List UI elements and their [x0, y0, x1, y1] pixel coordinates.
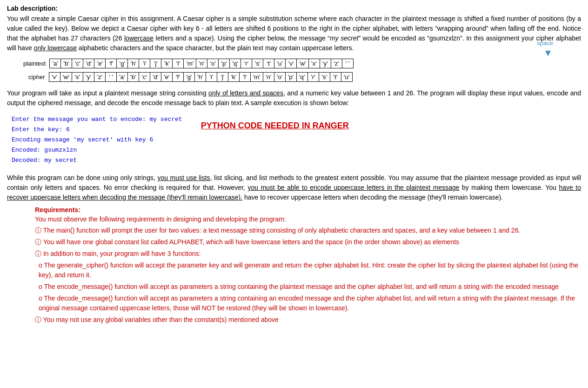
intro-text-2: letters and a space). Using the cipher b… [154, 34, 330, 42]
ct-j: 'j' [217, 73, 228, 82]
req-item-4: o The generate_cipher() function will ac… [39, 261, 581, 280]
circle-i-icon-4: ⓘ [35, 316, 43, 323]
bullet-o-1: o [39, 261, 44, 269]
ct-x: 'x' [72, 73, 83, 82]
intro-text-4: alphabetic characters and the space char… [77, 44, 354, 52]
code-section: Enter the message you want to encode: my… [7, 112, 581, 168]
plaintext-table: plaintext 'a' 'b' 'c' 'd' 'e' 'f' 'g' 'h… [21, 59, 354, 68]
code-line-1: Enter the message you want to encode: my… [12, 114, 182, 125]
desc3-text4: have to recover uppercase letters when d… [242, 194, 503, 201]
req-item-1-text: The main() function will prompt the user… [43, 227, 521, 234]
python-needed-label: PYTHON CODE NEEDED IN RANGER [201, 121, 349, 131]
pt-s: 's' [252, 59, 263, 68]
pt-o: 'o' [207, 59, 219, 68]
bullet-o-2: o [39, 283, 44, 290]
ct-g: 'g' [183, 73, 194, 82]
plaintext-label: plaintext [21, 59, 50, 68]
ct-v: 'v' [49, 73, 60, 82]
ct-sp1: ' ' [105, 73, 116, 82]
pt-j: 'j' [150, 59, 161, 68]
cipher-tables-container: plaintext 'a' 'b' 'c' 'd' 'e' 'f' 'g' 'h… [21, 59, 567, 82]
req-item-2-text: You will have one global constant list c… [43, 238, 459, 246]
pt-m: 'm' [184, 59, 196, 68]
pt-x: 'x' [308, 59, 320, 68]
ct-c: 'c' [139, 73, 150, 82]
pt-b: 'b' [61, 59, 72, 68]
req-item-1: ⓘ The main() function will prompt the us… [35, 226, 581, 235]
desc2-text1: Your program will take as input a plaint… [7, 89, 208, 97]
circle-i-icon-1: ⓘ [35, 227, 43, 234]
ct-b: 'b' [127, 73, 139, 82]
pt-u: 'u' [274, 59, 286, 68]
ct-a: 'a' [116, 73, 127, 82]
space-annotation: space [537, 39, 553, 48]
ct-m: 'm' [250, 73, 263, 82]
code-line-2: Enter the key: 6 [12, 125, 182, 135]
intro-paragraph: You will create a simple Caesar cipher i… [7, 14, 581, 53]
pt-k: 'k' [161, 59, 173, 68]
req-item-6: o The decode_message() function will acc… [39, 294, 581, 313]
pt-h: 'h' [128, 59, 139, 68]
req-title: Requirements: [35, 206, 581, 214]
code-line-4: Encoded: gsumzxlzn [12, 145, 182, 155]
desc3-text3: by making them lowercase. You [460, 184, 559, 191]
req-item-3-text: In addition to main, your program will h… [43, 250, 201, 257]
ct-u: 'u' [341, 73, 352, 82]
intro-italic: my secret [330, 34, 358, 42]
pt-v: 'v' [286, 59, 297, 68]
pt-t: 't' [263, 59, 274, 68]
desc3-underline2: you must be able to encode uppercase let… [247, 184, 459, 191]
desc2-underline: only of letters and spaces [208, 89, 283, 97]
desc3-text1: While this program can be done using onl… [7, 174, 157, 181]
pt-n: 'n' [196, 59, 207, 68]
pt-w: 'w' [297, 59, 308, 68]
req-item-2: ⓘ You will have one global constant list… [35, 237, 581, 247]
pt-y: 'y' [320, 59, 331, 68]
req-item-3: ⓘ In addition to main, your program will… [35, 249, 581, 259]
pt-r: 'r' [241, 59, 252, 68]
req-item-4-text: The generate_cipher() function will acce… [39, 261, 578, 279]
pt-i: 'i' [139, 59, 150, 68]
req-item-5: o The encode_message() function will acc… [39, 282, 581, 292]
pt-space: ' ' [342, 59, 353, 68]
ct-p: 'p' [285, 73, 296, 82]
req-item-7-text: You may not use any global variables oth… [43, 316, 279, 323]
intro-lowercase-underline: lowercase [124, 34, 154, 42]
ct-t: 't' [330, 73, 341, 82]
pt-a: 'a' [50, 59, 61, 68]
code-block: Enter the message you want to encode: my… [12, 114, 182, 166]
pt-l: 'l' [173, 59, 184, 68]
code-line-5: Decoded: my secret [12, 155, 182, 166]
ct-n: 'n' [263, 73, 274, 82]
ct-k: 'k' [228, 73, 239, 82]
pt-g: 'g' [117, 59, 128, 68]
ct-l: 'l' [239, 73, 250, 82]
req-item-6-text: The decode_message() function will accep… [39, 294, 575, 312]
desc3-underline1: you must use lists [157, 174, 210, 181]
desc-paragraph-3: While this program can be done using onl… [7, 173, 581, 202]
ct-s: 's' [319, 73, 330, 82]
pt-e: 'e' [94, 59, 106, 68]
ct-y: 'y' [83, 73, 94, 82]
desc-paragraph-2: Your program will take as input a plaint… [7, 88, 581, 108]
ct-o: 'o' [274, 73, 285, 82]
pt-z: 'z' [331, 59, 342, 68]
ct-z: 'z' [94, 73, 105, 82]
pt-q: 'q' [230, 59, 241, 68]
lab-title: Lab description: [7, 5, 581, 12]
req-item-7: ⓘ You may not use any global variables o… [35, 315, 581, 325]
ct-f: 'f' [172, 73, 183, 82]
ct-d: 'd' [150, 73, 161, 82]
ct-w: 'w' [60, 73, 72, 82]
req-subtitle: You must observe the following requireme… [35, 215, 581, 223]
ct-r: 'r' [307, 73, 319, 82]
ct-q: 'q' [296, 73, 307, 82]
bullet-o-3: o [39, 294, 44, 302]
requirements-section: Requirements: You must observe the follo… [35, 206, 581, 325]
req-item-5-text: The encode_message() function will accep… [44, 283, 559, 290]
cipher-table: cipher 'v' 'w' 'x' 'y' 'z' ' ' 'a' 'b' '… [21, 72, 353, 82]
ct-e: 'e' [161, 73, 172, 82]
pt-f: 'f' [106, 59, 117, 68]
circle-i-icon-3: ⓘ [35, 250, 43, 257]
pt-d: 'd' [83, 59, 94, 68]
